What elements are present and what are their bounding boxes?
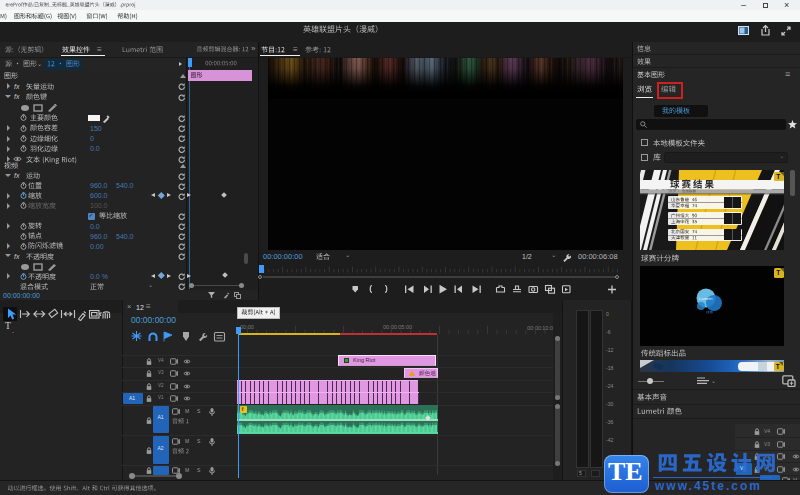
svg-text:Lumetri: Lumetri [699, 296, 712, 301]
